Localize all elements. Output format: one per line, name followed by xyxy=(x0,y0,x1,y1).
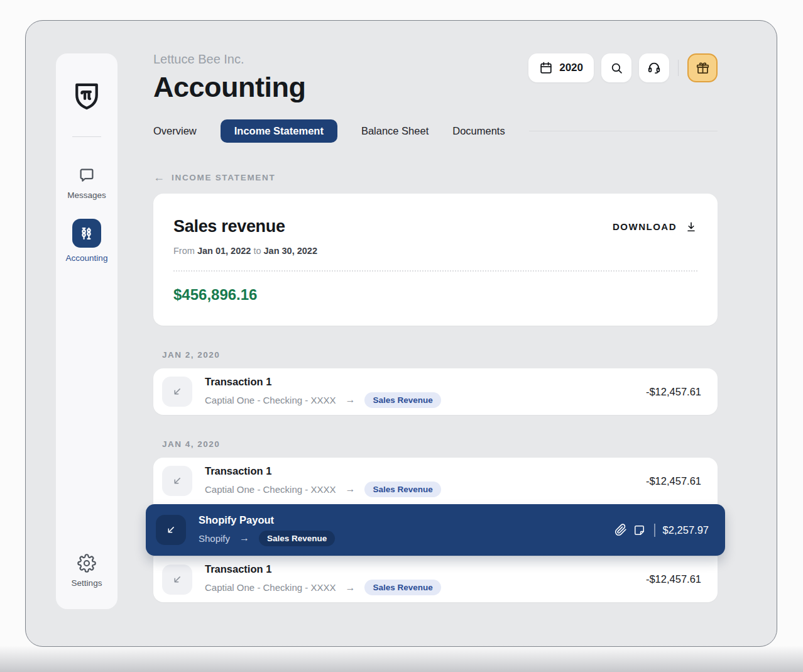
transaction-source: Shopify xyxy=(199,533,230,544)
transaction-source: Captial One - Checking - XXXX xyxy=(205,582,336,593)
note-icon[interactable] xyxy=(633,524,645,536)
calendar-icon xyxy=(539,61,553,75)
transaction-row[interactable]: Transaction 1 Captial One - Checking - X… xyxy=(153,458,718,504)
transactions-list: JAN 2, 2020 Transaction 1 Captial One - … xyxy=(153,350,718,602)
app-window: Messages Accounting xyxy=(25,20,777,647)
transaction-name: Shopify Payout xyxy=(199,514,335,526)
transaction-row[interactable]: Transaction 1 Captial One - Checking - X… xyxy=(153,368,718,415)
company-name: Lettuce Bee Inc. xyxy=(153,52,305,67)
page-header: Lettuce Bee Inc. Accounting 2020 xyxy=(153,52,718,104)
bottom-fade xyxy=(0,646,803,672)
right-arrow-icon: → xyxy=(345,394,355,405)
transaction-card: Transaction 1 Captial One - Checking - X… xyxy=(153,368,718,415)
rewards-button[interactable] xyxy=(687,53,718,82)
tabs-rule xyxy=(529,131,718,131)
sidebar-item-accounting[interactable]: Accounting xyxy=(66,219,108,263)
tab-bar: Overview Income Statement Balance Sheet … xyxy=(153,119,718,143)
right-arrow-icon: → xyxy=(345,483,355,495)
tab-overview[interactable]: Overview xyxy=(153,125,197,137)
dotted-divider xyxy=(173,270,697,272)
sidebar-divider xyxy=(72,136,101,137)
transaction-amount: -$12,457.61 xyxy=(646,573,701,585)
main-content: Lettuce Bee Inc. Accounting 2020 xyxy=(153,52,718,602)
transaction-amount: $2,257.97 xyxy=(663,524,709,536)
transaction-name: Transaction 1 xyxy=(205,376,441,388)
summary-title: Sales revenue xyxy=(173,217,285,236)
sidebar-item-label: Messages xyxy=(67,190,106,200)
page-title: Accounting xyxy=(153,71,305,104)
category-badge[interactable]: Sales Revenue xyxy=(364,482,440,497)
year-picker-button[interactable]: 2020 xyxy=(528,53,594,82)
search-icon xyxy=(610,62,623,75)
income-arrow-icon xyxy=(162,565,192,595)
transaction-row[interactable]: Transaction 1 Captial One - Checking - X… xyxy=(153,556,718,602)
download-label: DOWNLOAD xyxy=(613,221,677,232)
header-actions: 2020 xyxy=(528,53,718,82)
sidebar: Messages Accounting xyxy=(56,53,117,609)
gear-icon xyxy=(77,554,96,573)
category-badge[interactable]: Sales Revenue xyxy=(364,580,440,595)
year-picker-value: 2020 xyxy=(559,62,583,74)
transaction-card: Transaction 1 Captial One - Checking - X… xyxy=(153,458,718,602)
income-arrow-icon xyxy=(162,377,192,407)
right-arrow-icon: → xyxy=(239,532,249,544)
from-date: Jan 01, 2022 xyxy=(197,246,251,256)
sidebar-item-messages[interactable]: Messages xyxy=(67,166,106,200)
summary-amount: $456,896.16 xyxy=(173,286,697,304)
breadcrumb[interactable]: ← INCOME STATEMENT xyxy=(153,172,718,183)
transaction-row[interactable]: Shopify Payout Shopify → Sales Revenue xyxy=(146,504,725,556)
search-button[interactable] xyxy=(601,53,631,82)
transaction-name: Transaction 1 xyxy=(205,465,441,477)
sidebar-item-settings[interactable]: Settings xyxy=(72,554,102,588)
headset-icon xyxy=(647,61,661,75)
sidebar-item-label: Settings xyxy=(72,578,102,588)
right-arrow-icon: → xyxy=(345,582,355,593)
support-button[interactable] xyxy=(639,53,669,82)
transaction-amount: -$12,457.61 xyxy=(646,475,701,487)
transaction-name: Transaction 1 xyxy=(205,563,441,575)
download-button[interactable]: DOWNLOAD xyxy=(613,221,697,233)
tab-income-statement[interactable]: Income Statement xyxy=(221,119,337,143)
paperclip-icon[interactable] xyxy=(615,524,627,536)
actions-divider xyxy=(678,60,679,76)
amount-divider xyxy=(654,524,655,537)
download-icon xyxy=(685,221,697,233)
date-range: From Jan 01, 2022 to Jan 30, 2022 xyxy=(173,246,697,256)
group-date-label: JAN 2, 2020 xyxy=(162,350,718,360)
transaction-group: JAN 2, 2020 Transaction 1 Captial One - … xyxy=(153,350,718,415)
transaction-source: Captial One - Checking - XXXX xyxy=(205,395,336,405)
sales-revenue-summary-card: Sales revenue DOWNLOAD From Jan 01, 2022… xyxy=(153,194,718,326)
accounting-abacus-icon xyxy=(72,219,101,248)
income-arrow-icon xyxy=(162,466,192,496)
transaction-amount: -$12,457.61 xyxy=(646,386,701,398)
sidebar-item-label: Accounting xyxy=(66,253,108,263)
gift-icon xyxy=(696,61,710,75)
back-arrow-icon[interactable]: ← xyxy=(153,172,165,183)
tab-documents[interactable]: Documents xyxy=(452,125,505,137)
to-date: Jan 30, 2022 xyxy=(264,246,317,256)
attachment-icons xyxy=(615,524,655,537)
transaction-group: JAN 4, 2020 Transaction 1 Captial One - … xyxy=(153,439,718,602)
messages-icon xyxy=(77,166,96,185)
transaction-source: Captial One - Checking - XXXX xyxy=(205,484,336,495)
tab-balance-sheet[interactable]: Balance Sheet xyxy=(361,125,429,137)
income-arrow-icon xyxy=(156,515,186,545)
company-logo-shield-pi-icon[interactable] xyxy=(70,80,104,114)
category-badge[interactable]: Sales Revenue xyxy=(364,392,440,408)
group-date-label: JAN 4, 2020 xyxy=(162,439,718,449)
breadcrumb-label: INCOME STATEMENT xyxy=(172,173,275,182)
category-badge[interactable]: Sales Revenue xyxy=(259,531,335,546)
